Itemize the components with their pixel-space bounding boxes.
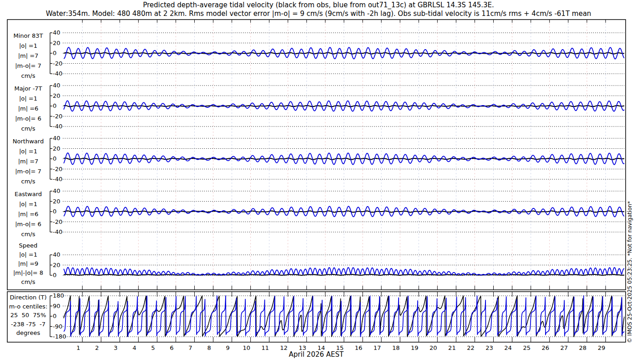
panel-label-east-line4: cm/s [6,231,50,241]
y-tick-label-minor: 40 [53,29,61,36]
panel-label-minor-line2: |m| =7 [6,52,50,62]
y-tick-label-direction: -90 [53,323,62,330]
y-tick-label-north: -40 [53,176,62,182]
panel-label-speed-line3: |m|-|o|= 8 [6,269,50,278]
y-tick-label-direction: 90 [53,303,61,309]
panel-label-major-line4: cm/s [6,125,50,135]
y-tick-label-direction: 180 [53,292,64,299]
y-tick-label-minor: 0 [53,50,56,56]
plot-labels-layer: 40200-20-4040200-20-4040200-20-4040200-2… [0,0,637,364]
y-tick-label-major: 0 [53,102,56,109]
panel-label-major-line2: |m| =6 [6,105,50,115]
panel-label-speed-line4: cm/s [6,278,50,288]
panel-label-east-line2: |m| =6 [6,211,50,221]
panel-label-direction-line3: -238 -75 -7 [6,321,50,330]
y-tick-label-east: 20 [53,198,61,205]
imos-watermark: © IMOS 25-Oct-2025 05:23:25. *Not for na… [627,201,633,343]
panel-label-north-line2: |m| =7 [6,158,50,168]
panel-label-speed-line2: |m| =9 [6,260,50,269]
panel-label-minor-line4: cm/s [6,72,50,82]
panel-label-east-line1: |o| =1 [6,201,50,211]
panel-label-major-line3: |m-o|= 6 [6,115,50,125]
panel-label-east-line3: |m-o|= 6 [6,221,50,231]
panel-label-minor-line1: |o| =1 [6,42,50,52]
panel-label-north-line3: |m-o|= 7 [6,168,50,178]
y-tick-label-major: 20 [53,92,61,99]
y-tick-label-east: 40 [53,187,61,194]
panel-label-minor-line3: |m-o|= 7 [6,62,50,72]
panel-label-direction-line4: degrees [6,329,50,339]
y-tick-label-speed: 40 [53,251,61,258]
y-tick-label-north: 40 [53,135,61,142]
tidal-velocity-plot-page: Predicted depth-average tidal velocity (… [0,0,637,364]
y-tick-label-direction: 0 [53,313,56,319]
y-tick-label-major: -20 [53,113,62,120]
y-tick-label-minor: -20 [53,60,62,67]
y-tick-label-direction: -180 [53,333,66,340]
panel-label-major-line1: |o| =1 [6,95,50,105]
y-tick-label-major: 40 [53,82,61,89]
y-tick-label-speed: 20 [53,262,61,268]
panel-label-speed-line1: |o| =1 [6,251,50,260]
panel-label-east-line0: Eastward [6,191,50,201]
panel-label-north-line4: cm/s [6,178,50,188]
y-tick-label-minor: 20 [53,40,61,46]
panel-label-direction-line0: Direction (T) [6,294,50,303]
y-tick-label-speed: 0 [53,272,56,278]
y-tick-label-north: 20 [53,145,61,152]
y-tick-label-north: -20 [53,166,62,172]
panel-label-north-line1: |o| =1 [6,148,50,158]
panel-label-speed-line0: Speed [6,242,50,251]
y-tick-label-north: 0 [53,155,56,162]
panel-label-direction-line2: 25 50 75% [6,312,50,321]
y-tick-label-major: -40 [53,123,62,130]
y-tick-label-east: 0 [53,208,56,215]
y-tick-label-east: -40 [53,228,62,235]
y-tick-label-east: -20 [53,218,62,225]
x-axis-label: April 2026 AEST [0,350,632,359]
y-tick-label-minor: -40 [53,70,62,77]
panel-label-minor-line0: Minor 83T [6,32,50,42]
panel-label-major-line0: Major -7T [6,85,50,95]
panel-label-direction-line1: m-o centiles: [6,303,50,312]
panel-label-north-line0: Northward [6,138,50,148]
